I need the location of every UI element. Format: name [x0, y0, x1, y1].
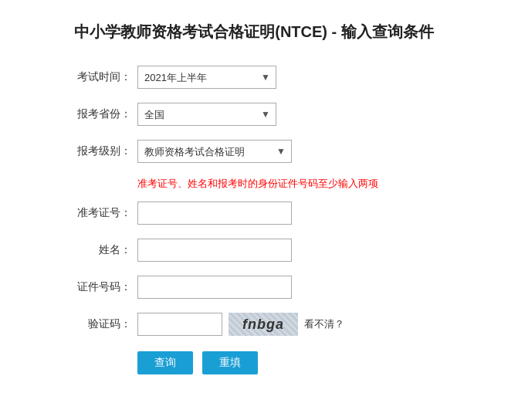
- captcha-refresh[interactable]: 看不清？: [304, 317, 344, 331]
- error-row: 准考证号、姓名和报考时的身份证件号码至少输入两项: [62, 177, 446, 191]
- name-label: 姓名: [62, 243, 131, 257]
- name-row: 姓名: [62, 239, 446, 262]
- error-message: 准考证号、姓名和报考时的身份证件号码至少输入两项: [137, 177, 378, 191]
- captcha-display-text: fnbga: [242, 317, 284, 333]
- name-input[interactable]: [137, 239, 292, 262]
- province-select[interactable]: 全国 北京 上海 广东 浙江: [137, 103, 276, 126]
- id-input[interactable]: [137, 276, 292, 299]
- id-row: 证件号码: [62, 276, 446, 299]
- id-label: 证件号码: [62, 280, 131, 294]
- captcha-row: 验证码 fnbga 看不清？: [62, 313, 446, 336]
- province-select-wrapper: 全国 北京 上海 广东 浙江 ▼: [137, 103, 276, 126]
- admission-label: 准考证号: [62, 206, 131, 220]
- query-button[interactable]: 查询: [137, 351, 193, 374]
- admission-row: 准考证号: [62, 202, 446, 225]
- province-row: 报考省份 全国 北京 上海 广东 浙江 ▼: [62, 103, 446, 126]
- level-row: 报考级别 教师资格考试合格证明 幼儿园 小学 初中 高中 ▼: [62, 140, 446, 163]
- captcha-image[interactable]: fnbga: [229, 313, 298, 336]
- province-label: 报考省份: [62, 107, 131, 121]
- captcha-label: 验证码: [62, 317, 131, 331]
- captcha-input[interactable]: [137, 313, 222, 336]
- exam-time-select-wrapper: 2021年上半年 2020年下半年 2020年上半年 2019年下半年 ▼: [137, 66, 276, 89]
- reset-button[interactable]: 重填: [202, 351, 258, 374]
- captcha-controls: fnbga 看不清？: [137, 313, 344, 336]
- exam-time-label: 考试时间: [62, 70, 131, 84]
- level-label: 报考级别: [62, 144, 131, 158]
- level-select[interactable]: 教师资格考试合格证明 幼儿园 小学 初中 高中: [137, 140, 292, 163]
- admission-input[interactable]: [137, 202, 292, 225]
- exam-time-row: 考试时间 2021年上半年 2020年下半年 2020年上半年 2019年下半年…: [62, 66, 446, 89]
- button-row: 查询 重填: [62, 351, 446, 374]
- exam-time-select[interactable]: 2021年上半年 2020年下半年 2020年上半年 2019年下半年: [137, 66, 276, 89]
- level-select-wrapper: 教师资格考试合格证明 幼儿园 小学 初中 高中 ▼: [137, 140, 292, 163]
- form-container: 考试时间 2021年上半年 2020年下半年 2020年上半年 2019年下半年…: [0, 58, 508, 398]
- page-title: 中小学教师资格考试合格证明(NTCE) - 输入查询条件: [0, 0, 508, 58]
